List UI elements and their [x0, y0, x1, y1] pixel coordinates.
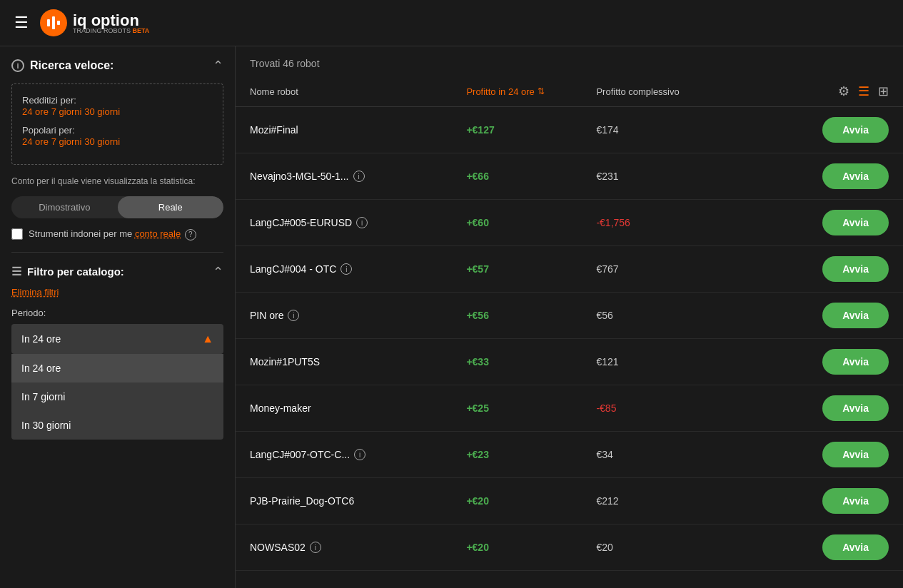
- suitable-instruments-checkbox[interactable]: [11, 228, 23, 240]
- quick-search-title: i Ricerca veloce:: [11, 59, 113, 72]
- table-row: NOWSAS02i+€20€20Avvia: [236, 524, 903, 571]
- account-type-toggle: Dimostrativo Reale: [11, 196, 223, 218]
- avvia-button[interactable]: Avvia: [822, 395, 889, 421]
- profit-24h: +€33: [466, 356, 596, 368]
- popular-7d-link[interactable]: 7 giorni: [51, 136, 82, 147]
- period-dropdown-wrapper: In 24 ore ▲ In 24 ore In 7 giorni In 30 …: [11, 324, 223, 354]
- popular-links: Popolari per: 24 ore 7 giorni 30 giorni: [22, 124, 213, 147]
- profit-24h: +€20: [466, 495, 596, 507]
- profit-total: €121: [596, 356, 759, 368]
- dropdown-option-24h[interactable]: In 24 ore: [11, 354, 223, 382]
- suitable-instruments-label: Strumenti indonei per me conto reale ?: [29, 228, 196, 240]
- robot-name: LangCJ#005-EURUSDi: [250, 217, 466, 228]
- action-col: Avvia: [759, 210, 889, 235]
- profit-24h: +€56: [466, 310, 596, 321]
- profit-total: €174: [596, 124, 759, 136]
- logo-subtitle: TRADING ROBOTS BETA: [73, 27, 149, 34]
- profit-24h: +€23: [466, 449, 596, 460]
- table-row: PJB-Prairie_Dog-OTC6+€20€212Avvia: [236, 478, 903, 524]
- table-row: Nevajno3-MGL-50-1...i+€66€231Avvia: [236, 153, 903, 200]
- dropdown-arrow-icon: ▲: [202, 333, 213, 345]
- action-col: Avvia: [759, 117, 889, 143]
- popular-label: Popolari per:: [22, 125, 75, 136]
- suitable-instruments-row: Strumenti indonei per me conto reale ?: [11, 228, 223, 240]
- period-dropdown-selected[interactable]: In 24 ore ▲: [11, 324, 223, 354]
- avvia-button[interactable]: Avvia: [822, 117, 889, 143]
- period-label: Periodo:: [11, 308, 223, 318]
- avvia-button[interactable]: Avvia: [822, 303, 889, 328]
- action-col: Avvia: [759, 303, 889, 328]
- profit-24h: +€57: [466, 263, 596, 275]
- dropdown-option-7d[interactable]: In 7 giorni: [11, 382, 223, 411]
- sort-icon[interactable]: ⇅: [538, 86, 545, 96]
- hamburger-menu-icon[interactable]: ☰: [14, 14, 29, 32]
- results-count: Trovati 46 robot: [236, 46, 903, 76]
- action-col: Avvia: [759, 395, 889, 421]
- profitable-links: Redditizi per: 24 ore 7 giorni 30 giorni: [22, 94, 213, 117]
- real-toggle[interactable]: Reale: [118, 196, 224, 218]
- avvia-button[interactable]: Avvia: [822, 442, 889, 467]
- profit-24h: +€66: [466, 171, 596, 182]
- robot-info-icon[interactable]: i: [288, 310, 299, 321]
- quick-search-collapse-icon[interactable]: ⌃: [213, 58, 223, 74]
- col-profit24-header: Profitto in 24 ore ⇅: [466, 86, 596, 97]
- profitable-7d-link[interactable]: 7 giorni: [51, 106, 82, 117]
- quick-search-info-icon[interactable]: i: [11, 59, 24, 72]
- avvia-button[interactable]: Avvia: [822, 488, 889, 514]
- dropdown-option-30d[interactable]: In 30 giorni: [11, 411, 223, 440]
- real-account-help-icon[interactable]: ?: [185, 229, 196, 240]
- period-dropdown-options: In 24 ore In 7 giorni In 30 giorni: [11, 354, 223, 440]
- robot-name: Mozi#Final: [250, 124, 466, 136]
- content-area: Trovati 46 robot Nome robot Profitto in …: [236, 46, 903, 588]
- profit-total: €767: [596, 263, 759, 275]
- profit-24h: +€60: [466, 217, 596, 228]
- table-header: Nome robot Profitto in 24 ore ⇅ Profitto…: [236, 76, 903, 107]
- avvia-button[interactable]: Avvia: [822, 349, 889, 375]
- avvia-button[interactable]: Avvia: [822, 256, 889, 282]
- filter-collapse-icon[interactable]: ⌃: [213, 264, 223, 280]
- profitable-30d-link[interactable]: 30 giorni: [84, 106, 120, 117]
- profit-total: €34: [596, 449, 759, 460]
- profitable-label: Redditizi per:: [22, 95, 76, 106]
- profit-24h: +€127: [466, 124, 596, 136]
- quick-search-header: i Ricerca veloce: ⌃: [11, 58, 223, 74]
- robot-info-icon[interactable]: i: [356, 217, 368, 228]
- demo-toggle[interactable]: Dimostrativo: [11, 196, 118, 218]
- period-dropdown-value: In 24 ore: [21, 333, 61, 345]
- profit-total: €212: [596, 495, 759, 507]
- profit-total: €231: [596, 171, 759, 182]
- table-row: LangCJ#004 - OTCi+€57€767Avvia: [236, 246, 903, 293]
- avvia-button[interactable]: Avvia: [822, 534, 889, 560]
- filter-icon: ☰: [11, 265, 21, 278]
- settings-icon[interactable]: ⚙: [838, 83, 849, 99]
- profit-total: €56: [596, 310, 759, 321]
- popular-24h-link[interactable]: 24 ore: [22, 136, 49, 147]
- logo-icon: [40, 9, 67, 36]
- popular-30d-link[interactable]: 30 giorni: [84, 136, 120, 147]
- col-profit-total-header: Profitto complessivo: [596, 86, 759, 97]
- robot-name: Mozin#1PUT5S: [250, 356, 466, 368]
- robot-info-icon[interactable]: i: [310, 542, 321, 553]
- real-account-link[interactable]: conto reale: [135, 228, 181, 239]
- avvia-button[interactable]: Avvia: [822, 210, 889, 235]
- table-row: Money-maker+€25-€85Avvia: [236, 385, 903, 432]
- table-row: Mozin#1PUT5S+€33€121Avvia: [236, 339, 903, 385]
- action-col: Avvia: [759, 163, 889, 189]
- quick-search-box: Redditizi per: 24 ore 7 giorni 30 giorni…: [11, 83, 223, 165]
- robot-list: Mozi#Final+€127€174AvviaNevajno3-MGL-50-…: [236, 107, 903, 571]
- clear-filters-link[interactable]: Elimina filtri: [11, 287, 223, 298]
- robot-info-icon[interactable]: i: [340, 263, 352, 275]
- list-view-icon[interactable]: ☰: [858, 83, 869, 99]
- profitable-24h-link[interactable]: 24 ore: [22, 106, 49, 117]
- table-row: LangCJ#005-EURUSDi+€60-€1,756Avvia: [236, 200, 903, 246]
- robot-name: PJB-Prairie_Dog-OTC6: [250, 495, 466, 507]
- sidebar: i Ricerca veloce: ⌃ Redditizi per: 24 or…: [0, 46, 236, 588]
- grid-view-icon[interactable]: ⊞: [878, 83, 889, 99]
- robot-info-icon[interactable]: i: [354, 449, 365, 460]
- action-col: Avvia: [759, 349, 889, 375]
- robot-info-icon[interactable]: i: [353, 171, 365, 182]
- svg-rect-1: [52, 16, 55, 29]
- stat-label: Conto per il quale viene visualizzata la…: [11, 176, 223, 186]
- avvia-button[interactable]: Avvia: [822, 163, 889, 189]
- col-actions-header: ⚙ ☰ ⊞: [759, 83, 889, 99]
